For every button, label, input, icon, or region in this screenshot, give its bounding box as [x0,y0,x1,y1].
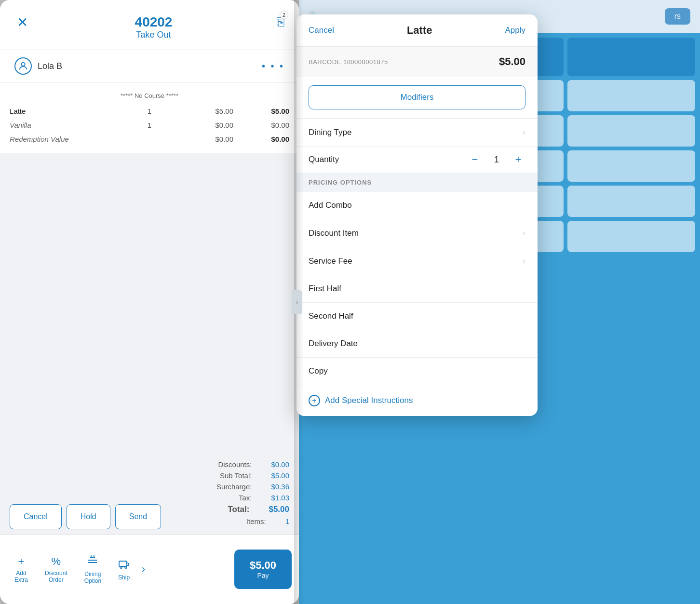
dining-label: DiningOption [84,571,101,584]
pay-label: Pay [250,572,276,579]
hold-button[interactable]: Hold [67,504,110,529]
modifiers-button[interactable]: Modifiers [309,85,525,109]
copy-label: Copy [309,366,328,376]
modifiers-section: Modifiers [296,77,538,119]
item-name: Latte [10,107,121,115]
quantity-controls: − 1 + [468,153,525,166]
menu-item [567,80,695,111]
tax-value: $1.03 [271,494,289,502]
add-special-instructions-button[interactable]: + Add Special Instructions [296,385,538,416]
chevron-right-icon: › [523,256,525,266]
subtotal-label: Sub Total: [220,471,252,480]
discount-order-button[interactable]: % DiscountOrder [38,550,75,588]
item-qty: 1 [121,121,177,129]
totals-tax: Tax: $1.03 [216,492,289,503]
close-button[interactable]: ✕ [14,14,30,30]
dining-option-button[interactable]: DiningOption [77,550,108,589]
course-header: ***** No Course ***** [10,90,289,104]
delivery-date-row[interactable]: Delivery Date [296,330,538,358]
quantity-label: Quantity [309,155,339,164]
cancel-button[interactable]: Cancel [10,504,62,529]
right-action-btn: rs [665,8,690,25]
modal-header: Cancel Latte Apply [296,14,538,47]
action-buttons: Cancel Hold Send [10,504,161,529]
ship-label: Ship [118,574,130,581]
surcharge-value: $0.36 [271,483,289,491]
discount-label: DiscountOrder [45,570,67,583]
pos-header: ✕ 40202 Take Out ⎘ 2 [0,0,299,50]
order-type: Take Out [30,30,277,40]
avatar-icon [14,57,32,75]
order-number: 40202 [30,14,277,30]
totals-area: Discounts: $0.00 Sub Total: $5.00 Surcha… [216,459,289,527]
pay-amount: $5.00 [250,559,276,572]
modal-title: Latte [407,24,432,37]
totals-surcharge: Surcharge: $0.36 [216,481,289,492]
modal-panel: Cancel Latte Apply BARCODE 100000001875 … [296,14,538,416]
customer-row: Lola B • • • [0,50,299,82]
items-value: 1 [285,517,289,525]
add-extra-icon: + [18,555,25,568]
svg-point-4 [125,566,127,568]
expand-arrow[interactable]: › [139,561,148,578]
quantity-minus-button[interactable]: − [468,153,482,166]
totals-subtotal: Sub Total: $5.00 [216,470,289,481]
header-icons: ⎘ 2 [277,14,284,29]
more-options-button[interactable]: • • • [262,61,284,72]
pos-panel: ✕ 40202 Take Out ⎘ 2 Lola B • • • ***** [0,0,299,604]
table-row: Redemption Value $0.00 $0.00 [10,132,289,146]
tax-label: Tax: [239,494,252,502]
menu-item [567,115,695,147]
copy-row[interactable]: Copy [296,358,538,385]
discounts-value: $0.00 [271,460,289,469]
service-fee-row[interactable]: Service Fee › [296,247,538,275]
totals-items: Items: 1 [216,516,289,527]
svg-rect-2 [119,561,127,566]
item-price: $0.00 [177,121,233,129]
item-total: $0.00 [233,135,289,143]
copy-icon-badge[interactable]: ⎘ 2 [277,14,284,29]
table-row[interactable]: Latte 1 $5.00 $5.00 [10,104,289,118]
item-price: $5.00 [177,107,233,115]
discount-icon: % [52,555,61,568]
panel-toggle-icon: › [296,298,298,306]
modal-cancel-button[interactable]: Cancel [309,26,334,35]
second-half-row[interactable]: Second Half [296,303,538,330]
send-button[interactable]: Send [115,504,161,529]
item-name: Redemption Value [10,135,121,143]
barcode-price: $5.00 [499,55,525,68]
ship-button[interactable]: Ship [111,553,137,586]
first-half-label: First Half [309,284,341,294]
item-price: $0.00 [177,135,233,143]
first-half-row[interactable]: First Half [296,275,538,303]
add-combo-row[interactable]: Add Combo [296,192,538,219]
customer-info: Lola B [14,57,62,75]
menu-item [567,150,695,182]
modal-apply-button[interactable]: Apply [505,26,525,35]
menu-item [567,186,695,217]
menu-item [567,38,695,76]
ship-icon [118,558,130,572]
service-fee-label: Service Fee [309,256,352,266]
add-special-label: Add Special Instructions [325,396,413,405]
item-total: $5.00 [233,107,289,115]
item-total: $0.00 [233,121,289,129]
quantity-value: 1 [492,155,501,165]
item-qty [121,135,177,143]
dining-type-row[interactable]: Dining Type › [296,119,538,147]
surcharge-label: Surcharge: [216,483,252,491]
total-label: Total: [228,505,249,514]
panel-toggle[interactable]: › [292,290,302,314]
discount-item-row[interactable]: Discount Item › [296,219,538,247]
add-extra-button[interactable]: + AddExtra [7,550,35,588]
add-extra-label: AddExtra [14,570,28,583]
chevron-right-icon: › [523,127,525,137]
quantity-row: Quantity − 1 + [296,147,538,173]
add-combo-label: Add Combo [309,201,352,210]
pay-button[interactable]: $5.00 Pay [234,550,292,589]
bottom-toolbar: + AddExtra % DiscountOrder DiningOption [0,534,299,604]
chevron-right-icon: › [523,228,525,238]
totals-total: Total: $5.00 [216,503,289,516]
quantity-plus-button[interactable]: + [511,153,525,166]
barcode-row: BARCODE 100000001875 $5.00 [296,47,538,77]
